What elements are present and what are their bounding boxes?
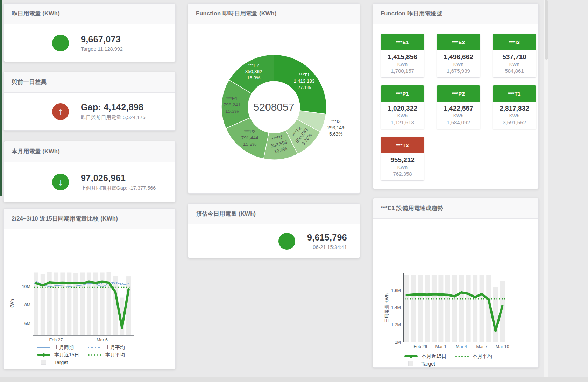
vertical-scrollbar-thumb[interactable] (545, 0, 548, 60)
svg-text:1.2M: 1.2M (391, 322, 401, 327)
tile-target: 584,861 (494, 68, 535, 74)
target-swatch-icon (408, 361, 413, 366)
svg-text:1.6M: 1.6M (391, 288, 401, 293)
donut-slice-label: ***I3293,1495.63% (327, 119, 345, 137)
panel-header: 昨日用電量 (KWh) (4, 4, 175, 24)
svg-text:1.4M: 1.4M (391, 305, 401, 310)
tile-value: 1,020,322 (382, 105, 423, 112)
panel-device-lights: Function 昨日用電燈號 ***E11,415,856KWh1,700,1… (373, 3, 539, 189)
device-tile-P1[interactable]: ***P11,020,322KWh1,121,613 (381, 85, 424, 129)
tile-unit: KWh (438, 113, 479, 118)
tile-value: 955,212 (382, 156, 423, 164)
svg-text:Mar 10: Mar 10 (496, 344, 509, 349)
legend-label: 上月同期 (54, 345, 74, 351)
device-tile-I3[interactable]: ***I3537,710KWh584,861 (493, 34, 536, 78)
panel-header: 與前一日差異 (4, 72, 175, 93)
stat-body: ↑ Gap: 4,142,898 昨日與前日用電量 5,524,175 (4, 93, 175, 130)
tile-value: 1,422,557 (438, 105, 479, 112)
legend-item-prev-avg[interactable]: 上月平均 (88, 345, 139, 351)
tile-body: 1,496,662KWh1,675,939 (437, 50, 480, 77)
legend-item-this-month[interactable]: 本月近15日 (37, 352, 88, 358)
green-line-swatch-icon (37, 354, 50, 356)
trend-chart[interactable]: 1M1.2M1.4M1.6MFeb 26Mar 1Mar 4Mar 7Mar 1… (383, 271, 523, 355)
tile-body: 1,020,322KWh1,121,613 (381, 102, 424, 129)
green-dotted-swatch-icon (88, 354, 101, 356)
arrow-down-icon: ↓ (52, 174, 69, 190)
tile-unit: KWh (494, 62, 535, 67)
tile-body: 537,710KWh584,861 (493, 50, 536, 77)
stat-subtitle: 昨日與前日用電量 5,524,175 (81, 114, 146, 121)
tile-unit: KWh (382, 62, 423, 67)
target-swatch-icon (41, 360, 46, 365)
device-tile-T2[interactable]: ***T2955,212KWh762,358 (381, 137, 424, 181)
legend-item-prev-month[interactable]: 上月同期 (37, 345, 88, 351)
svg-text:Feb 26: Feb 26 (413, 344, 427, 349)
donut-body: ***T11,413,18327.1%***I3293,1495.63%***T… (188, 24, 360, 166)
device-tile-E2[interactable]: ***E21,496,662KWh1,675,939 (437, 34, 480, 78)
compare-chart-legend: 上月同期 上月平均 本月近15日 本月平均 Target (37, 344, 139, 366)
stat-body: 9,667,073 Target: 11,128,992 (4, 24, 175, 62)
svg-text:Mar 4: Mar 4 (456, 344, 467, 349)
legend-label: 本月近15日 (421, 353, 447, 360)
panel-realtime-donut: Function 即時日用電量 (KWh) ***T11,413,18327.1… (188, 3, 360, 194)
tile-unit: KWh (382, 113, 423, 118)
tile-body: 955,212KWh762,358 (381, 153, 424, 180)
legend-item-target[interactable]: Target (37, 360, 88, 365)
svg-text:8M: 8M (24, 303, 30, 307)
horizontal-scrollbar[interactable] (0, 377, 588, 382)
legend-item-target[interactable]: Target (404, 361, 455, 367)
device-tile-E1[interactable]: ***E11,415,856KWh1,700,157 (381, 34, 424, 78)
donut-chart[interactable]: ***T11,413,18327.1%***I3293,1495.63%***T… (197, 49, 351, 166)
svg-text:6M: 6M (24, 321, 30, 326)
tile-target: 3,591,562 (494, 119, 535, 125)
legend-label: 本月平均 (105, 352, 125, 358)
line-chart-svg: 1M1.2M1.4M1.6MFeb 26Mar 1Mar 4Mar 7Mar 1… (383, 271, 523, 354)
device-tile-P2[interactable]: ***P21,422,557KWh1,684,092 (437, 85, 480, 129)
legend-item-this-avg[interactable]: 本月平均 (455, 353, 506, 360)
legend-label: 本月近15日 (54, 352, 79, 358)
legend-label: Target (421, 361, 435, 367)
panel-yesterday-usage: 昨日用電量 (KWh) 9,667,073 Target: 11,128,992 (3, 3, 176, 62)
svg-text:Mar 6: Mar 6 (97, 338, 108, 342)
tile-target: 1,675,939 (438, 68, 479, 74)
panel-today-estimate: 預估今日用電量 (KWh) 9,615,796 06-21 15:34:41 (188, 203, 360, 258)
tile-value: 537,710 (494, 53, 535, 61)
trend-chart-legend: 本月近15日 本月平均 Target (404, 353, 506, 367)
vertical-scrollbar[interactable] (544, 0, 548, 377)
svg-text:10M: 10M (22, 284, 30, 289)
stat-value: 9,667,073 (81, 34, 123, 44)
blue-line-swatch-icon (37, 347, 50, 348)
compare-chart[interactable]: 6M8M10MFeb 27Mar 6KWh (10, 269, 157, 345)
legend-item-this-avg[interactable]: 本月平均 (88, 352, 139, 358)
panel-title: 昨日用電量 (KWh) (12, 10, 60, 18)
legend-item-this-month[interactable]: 本月近15日 (404, 353, 455, 360)
stat-subtitle: 上個月同期用電Gap: -17,377,566 (81, 185, 156, 192)
tile-value: 1,496,662 (438, 53, 479, 61)
stat-subtitle: Target: 11,128,992 (81, 46, 123, 52)
panel-header: Function 即時日用電量 (KWh) (188, 4, 360, 24)
panel-title: 2/24~3/10 近15日同期用電量比較 (KWh) (12, 215, 118, 223)
device-tile-grid: ***E11,415,856KWh1,700,157***E21,496,662… (381, 34, 538, 181)
tile-header: ***E2 (437, 34, 480, 50)
stat-value: Gap: 4,142,898 (81, 102, 146, 112)
panel-title: 本月用電量 (KWh) (12, 148, 60, 155)
svg-text:Mar 7: Mar 7 (476, 344, 488, 349)
stat-value: 9,615,796 (307, 232, 347, 243)
blue-dotted-swatch-icon (88, 347, 101, 348)
stat-value: 97,026,961 (81, 173, 156, 183)
status-circle-icon (52, 35, 69, 51)
tile-header: ***T2 (381, 137, 424, 153)
panel-month-usage: 本月用電量 (KWh) ↓ 97,026,961 上個月同期用電Gap: -17… (3, 141, 176, 202)
tile-unit: KWh (382, 165, 423, 170)
tile-body: 1,415,856KWh1,700,157 (381, 50, 424, 77)
tile-value: 2,817,832 (494, 105, 535, 112)
tile-target: 1,684,092 (438, 119, 479, 125)
tile-body: 2,817,832KWh3,591,562 (493, 102, 536, 129)
device-tile-T1[interactable]: ***T12,817,832KWh3,591,562 (493, 85, 536, 129)
svg-text:Feb 27: Feb 27 (49, 338, 63, 342)
panel-title: 與前一日差異 (12, 78, 47, 86)
tile-header: ***P2 (437, 85, 480, 102)
panel-header: 2/24~3/10 近15日同期用電量比較 (KWh) (4, 209, 175, 229)
panel-header: ***E1 設備用電達成趨勢 (373, 198, 538, 219)
panel-header: 預估今日用電量 (KWh) (188, 204, 360, 224)
